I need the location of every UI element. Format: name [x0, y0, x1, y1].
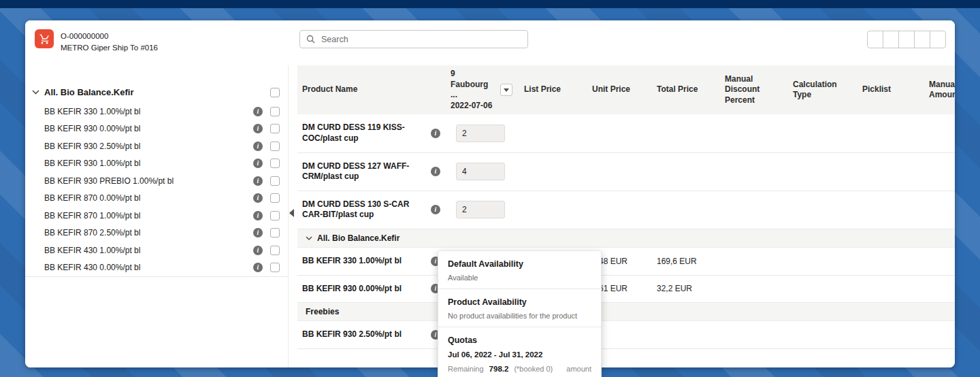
catalog-item-row: BB KEFIR 870 2.50%/pt bl — [25, 225, 288, 242]
quantity-cell — [446, 201, 519, 218]
item-checkbox[interactable] — [270, 107, 280, 116]
catalog-item-label: BB KEFIR 330 1.00%/pt bl — [44, 107, 246, 116]
product-name-cell: BB KEFIR 930 2.50%/pt bl — [297, 321, 446, 348]
item-checkbox[interactable] — [270, 124, 280, 133]
action-button[interactable] — [867, 31, 883, 48]
action-button[interactable] — [930, 31, 946, 48]
cart-icon — [35, 29, 54, 48]
action-button[interactable] — [914, 31, 930, 48]
search-icon — [306, 35, 315, 44]
product-name-cell: BB KEFIR 930 0.00%/pt bl — [297, 276, 446, 303]
info-icon[interactable] — [253, 159, 263, 168]
amount-label: amount — [566, 365, 591, 373]
product-name-cell: DM CURD DESS 130 S-CAR CAR-BIT/plast cup — [297, 191, 446, 229]
product-name-cell: DM CURD DESS 119 KISS-COC/plast cup — [297, 114, 446, 152]
quantity-input[interactable] — [456, 125, 505, 142]
item-checkbox[interactable] — [270, 193, 280, 203]
info-icon[interactable] — [253, 193, 263, 203]
total-price-value: 169,6 EUR — [652, 257, 720, 266]
product-name: DM CURD DESS 127 WAFF-CRM/plast cup — [302, 161, 425, 182]
quantity-input[interactable] — [456, 163, 505, 180]
chevron-down-icon[interactable] — [32, 90, 39, 95]
quotas-section: Quotas Jul 06, 2022 - Jul 31, 2022 Remai… — [438, 327, 601, 377]
info-icon[interactable] — [431, 129, 440, 138]
column-header-delivery: 9 Faubourg ... 2022-07-06 — [446, 65, 519, 114]
column-header-manual-discount: Manual Discount Percent — [720, 71, 788, 110]
group-header-row: Freebies — [297, 303, 955, 321]
catalog-item-label: BB KEFIR 870 0.00%/pt bl — [44, 193, 246, 203]
quantity-input[interactable] — [456, 201, 505, 218]
delivery-dropdown-button[interactable] — [500, 84, 512, 96]
action-button[interactable] — [883, 31, 899, 48]
booked-label: (*booked 0) — [514, 365, 553, 373]
availability-popup: Default Availability Available Product A… — [438, 250, 602, 377]
search-input[interactable] — [320, 34, 521, 45]
collapse-sidebar-arrow[interactable] — [289, 209, 294, 217]
info-icon[interactable] — [253, 211, 263, 220]
catalog-item-label: BB KEFIR 870 2.50%/pt bl — [44, 228, 246, 237]
info-icon[interactable] — [253, 228, 263, 237]
catalog-item-label: BB KEFIR 430 1.00%/pt bl — [44, 246, 246, 255]
product-row: BB KEFIR 930 0.00%/pt bl 1,61 EUR 32,2 E… — [297, 276, 955, 304]
default-availability-title: Default Availability — [448, 259, 591, 269]
group-checkbox[interactable] — [270, 88, 280, 97]
catalog-item-list: BB KEFIR 330 1.00%/pt bl BB KEFIR 930 0.… — [25, 103, 288, 277]
catalog-item-row: BB KEFIR 930 1.00%/pt bl — [25, 155, 288, 173]
info-icon[interactable] — [431, 167, 440, 176]
info-icon[interactable] — [431, 205, 440, 214]
catalog-item-row: BB KEFIR 430 0.00%/pt bl — [25, 259, 288, 277]
item-checkbox[interactable] — [270, 142, 280, 151]
product-row: DM CURD DESS 127 WAFF-CRM/plast cup — [297, 153, 955, 191]
catalog-item-row: BB KEFIR 330 1.00%/pt bl — [25, 103, 288, 120]
catalog-sidebar: All. Bio Balance.Kefir BB KEFIR 330 1.00… — [25, 65, 289, 367]
item-checkbox[interactable] — [270, 211, 280, 220]
catalog-item-label: BB KEFIR 930 0.00%/pt bl — [44, 124, 246, 133]
catalog-item-row: BB KEFIR 430 1.00%/pt bl — [25, 242, 288, 259]
order-lines-table: Product Name 9 Faubourg ... 2022-07-06 L… — [297, 65, 955, 367]
product-name: BB KEFIR 930 2.50%/pt bl — [302, 329, 425, 340]
ship-to-name: METRO Giper Ship To #016 — [61, 42, 158, 54]
order-header: O-000000000 METRO Giper Ship To #016 — [25, 20, 955, 65]
table-body: DM CURD DESS 119 KISS-COC/plast cup — [297, 114, 955, 348]
info-icon[interactable] — [253, 124, 263, 133]
item-checkbox[interactable] — [270, 246, 280, 255]
item-checkbox[interactable] — [270, 263, 280, 272]
delivery-date: 2022-07-06 — [451, 101, 495, 112]
header-actions — [867, 31, 946, 48]
default-availability-section: Default Availability Available — [438, 251, 601, 289]
item-checkbox[interactable] — [270, 176, 280, 186]
search-box — [299, 30, 528, 48]
info-icon[interactable] — [253, 142, 263, 151]
catalog-item-row: BB KEFIR 870 1.00%/pt bl — [25, 207, 288, 225]
product-name: BB KEFIR 930 0.00%/pt bl — [302, 284, 425, 295]
product-name-cell: DM CURD DESS 127 WAFF-CRM/plast cup — [297, 153, 446, 191]
product-name: BB KEFIR 330 1.00%/pt bl — [302, 256, 425, 267]
column-header-unit-price: Unit Price — [587, 81, 652, 99]
column-header-product-name: Product Name — [297, 81, 446, 99]
product-name: DM CURD DESS 130 S-CAR CAR-BIT/plast cup — [302, 199, 425, 220]
info-icon[interactable] — [253, 176, 263, 186]
quantity-cell — [446, 163, 519, 180]
product-row: DM CURD DESS 130 S-CAR CAR-BIT/plast cup — [297, 191, 955, 229]
catalog-item-label: BB KEFIR 930 2.50%/pt bl — [44, 142, 246, 151]
sidebar-tabs — [25, 65, 288, 78]
item-checkbox[interactable] — [270, 159, 280, 168]
item-checkbox[interactable] — [270, 228, 280, 237]
column-header-manual-amount: Manual Amount — [924, 76, 955, 104]
info-icon[interactable] — [253, 263, 263, 272]
group-header-label: All. Bio Balance.Kefir — [317, 233, 399, 243]
chevron-down-icon[interactable] — [306, 236, 312, 240]
group-header-label: Freebies — [306, 307, 339, 316]
catalog-item-label: BB KEFIR 870 1.00%/pt bl — [44, 211, 246, 220]
default-availability-value: Available — [448, 274, 591, 282]
top-navigation-bar — [0, 0, 980, 8]
catalog-item-label: BB KEFIR 430 0.00%/pt bl — [44, 263, 246, 272]
table-header: Product Name 9 Faubourg ... 2022-07-06 L… — [297, 65, 955, 114]
column-header-picklist: Picklist — [858, 81, 924, 99]
quotas-title: Quotas — [448, 335, 591, 345]
info-icon[interactable] — [253, 246, 263, 255]
action-button[interactable] — [898, 31, 915, 48]
product-availability-title: Product Availability — [448, 297, 591, 307]
order-number: O-000000000 — [61, 31, 158, 42]
info-icon[interactable] — [253, 107, 263, 116]
